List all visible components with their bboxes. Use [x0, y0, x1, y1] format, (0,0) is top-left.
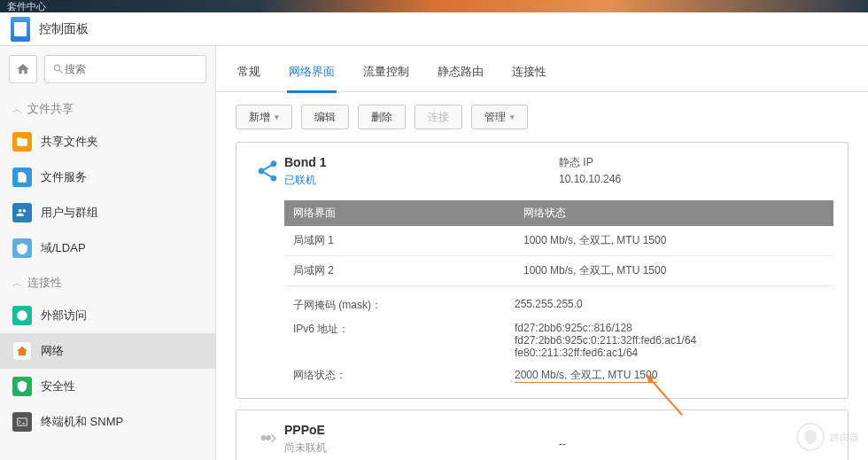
tab-interface[interactable]: 网络界面 [287, 57, 337, 93]
router-icon [796, 423, 825, 451]
sidebar-item-shared-folder[interactable]: 共享文件夹 [0, 124, 215, 160]
window-header: 控制面板 [0, 12, 868, 46]
terminal-icon [12, 412, 32, 432]
bond-ip: 10.10.10.246 [559, 173, 833, 185]
detail-row-netstate: 网络状态： 2000 Mb/s, 全双工, MTU 1500 [284, 363, 833, 387]
bond-status: 已联机 [284, 173, 559, 188]
network-icon [12, 341, 32, 361]
detail-row-ipv6: IPv6 地址： fd27:2bb6:925c::816/128 fd27:2b… [284, 317, 833, 363]
pppoe-icon: ••› [251, 423, 284, 456]
section-connectivity[interactable]: ︿ 连接性 [0, 266, 215, 298]
sidebar-item-domain-ldap[interactable]: 域/LDAP [0, 230, 215, 266]
sidebar-item-terminal-snmp[interactable]: 终端机和 SNMP [0, 404, 215, 440]
globe-icon [12, 306, 32, 325]
pppoe-status: 尚未联机 [284, 441, 559, 456]
user-icon [12, 203, 32, 222]
sidebar-item-external-access[interactable]: 外部访问 [0, 298, 215, 333]
tabs: 常规 网络界面 流量控制 静态路由 连接性 [216, 46, 868, 92]
shield-icon [12, 377, 32, 396]
table-row: 局域网 1 1000 Mb/s, 全双工, MTU 1500 [284, 226, 833, 256]
manage-button[interactable]: 管理▾ [471, 105, 528, 129]
detail-row-mask: 子网掩码 (mask)： 255.255.255.0 [284, 293, 833, 317]
netstate-value: 2000 Mb/s, 全双工, MTU 1500 [515, 369, 657, 383]
pppoe-name: PPPoE [284, 423, 559, 437]
bond-card[interactable]: Bond 1 已联机 静态 IP 10.10.10.246 网络界面 网络状态 … [236, 142, 849, 399]
caret-down-icon: ▾ [275, 113, 279, 121]
tab-general[interactable]: 常规 [236, 57, 262, 91]
table-header: 网络界面 网络状态 [284, 200, 833, 226]
window-title: 控制面板 [39, 21, 89, 37]
pppoe-card[interactable]: ••› PPPoE 尚未联机 -- [236, 409, 849, 460]
search-icon [52, 63, 65, 75]
caret-down-icon: ▾ [510, 113, 515, 121]
sidebar-item-file-services[interactable]: 文件服务 [0, 160, 215, 195]
delete-button[interactable]: 删除 [358, 105, 406, 129]
search-box[interactable] [44, 55, 206, 83]
new-button[interactable]: 新增▾ [236, 105, 292, 129]
file-icon [12, 168, 32, 187]
bond-ip-type: 静态 IP [559, 155, 833, 170]
edit-button[interactable]: 编辑 [301, 105, 349, 129]
interface-table: 网络界面 网络状态 局域网 1 1000 Mb/s, 全双工, MTU 1500… [284, 200, 833, 286]
watermark: 路由器 [796, 423, 859, 451]
tab-connectivity[interactable]: 连接性 [510, 57, 548, 91]
tab-traffic[interactable]: 流量控制 [361, 57, 411, 91]
ldap-icon [12, 238, 32, 258]
sidebar-item-network[interactable]: 网络 [0, 333, 215, 369]
table-row: 局域网 2 1000 Mb/s, 全双工, MTU 1500 [284, 256, 833, 286]
chevron-up-icon: ︿ [12, 103, 22, 116]
home-button[interactable] [9, 55, 37, 83]
connect-button[interactable]: 连接 [415, 105, 462, 129]
section-file-share[interactable]: ︿ 文件共享 [0, 92, 215, 124]
search-input[interactable] [65, 63, 198, 75]
desktop-topbar: 套件中心 [0, 0, 868, 12]
sidebar-item-user-group[interactable]: 用户与群组 [0, 195, 215, 230]
bond-name: Bond 1 [284, 155, 559, 169]
control-panel-icon [11, 17, 30, 42]
sidebar-item-security[interactable]: 安全性 [0, 369, 215, 404]
chevron-up-icon: ︿ [12, 277, 22, 290]
content-panel: 常规 网络界面 流量控制 静态路由 连接性 新增▾ 编辑 删除 连接 管理▾ B… [216, 46, 868, 460]
pppoe-value: -- [559, 438, 833, 450]
toolbar: 新增▾ 编辑 删除 连接 管理▾ [216, 92, 868, 142]
svg-point-0 [17, 310, 27, 321]
sidebar: ︿ 文件共享 共享文件夹 文件服务 用户与群组 域/LDAP ︿ 连接性 外部访… [0, 46, 216, 460]
tab-static-route[interactable]: 静态路由 [436, 57, 485, 91]
share-icon [251, 155, 284, 188]
topbar-label: 套件中心 [7, 0, 46, 13]
folder-icon [12, 132, 32, 152]
home-icon [16, 62, 30, 76]
